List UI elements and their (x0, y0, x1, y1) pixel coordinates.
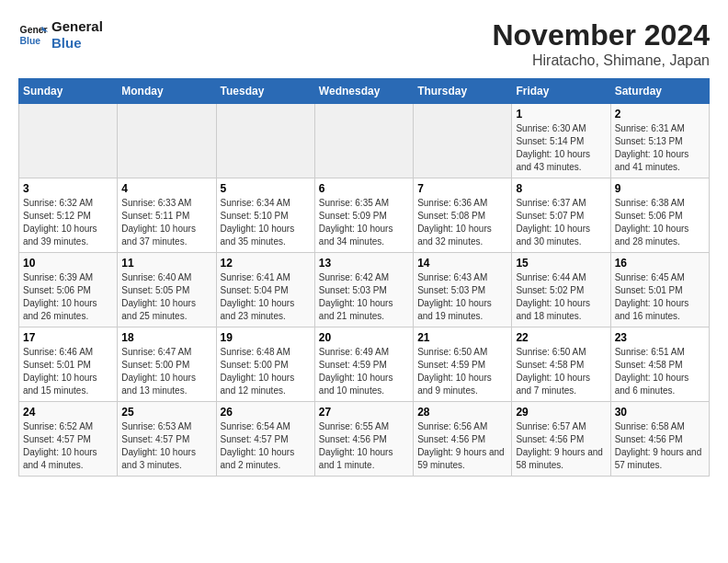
day-info: Sunrise: 6:31 AMSunset: 5:13 PMDaylight:… (615, 122, 705, 174)
calendar-body: 1Sunrise: 6:30 AMSunset: 5:14 PMDaylight… (19, 104, 710, 477)
calendar-day: 28Sunrise: 6:56 AMSunset: 4:56 PMDayligh… (414, 402, 512, 477)
calendar-day: 7Sunrise: 6:36 AMSunset: 5:08 PMDaylight… (414, 178, 512, 253)
day-number: 1 (516, 108, 606, 121)
day-number: 19 (221, 331, 311, 344)
svg-text:Blue: Blue (20, 36, 41, 46)
weekday-header: Saturday (610, 79, 709, 104)
calendar-day: 22Sunrise: 6:50 AMSunset: 4:58 PMDayligh… (512, 327, 610, 402)
day-number: 22 (516, 331, 606, 344)
logo: General Blue General Blue (18, 18, 103, 52)
day-info: Sunrise: 6:45 AMSunset: 5:01 PMDaylight:… (615, 271, 705, 323)
logo-icon: General Blue (18, 20, 48, 50)
calendar-subtitle: Hiratacho, Shimane, Japan (492, 52, 710, 69)
calendar-day: 2Sunrise: 6:31 AMSunset: 5:13 PMDaylight… (610, 104, 709, 178)
day-number: 7 (417, 182, 507, 195)
calendar-table: SundayMondayTuesdayWednesdayThursdayFrid… (18, 78, 710, 477)
day-number: 20 (319, 331, 409, 344)
calendar-day: 17Sunrise: 6:46 AMSunset: 5:01 PMDayligh… (19, 327, 118, 402)
day-number: 21 (417, 331, 507, 344)
logo-line2: Blue (51, 35, 103, 52)
day-info: Sunrise: 6:54 AMSunset: 4:57 PMDaylight:… (221, 420, 311, 472)
day-info: Sunrise: 6:39 AMSunset: 5:06 PMDaylight:… (23, 271, 113, 323)
day-number: 16 (615, 257, 705, 270)
day-number: 30 (615, 406, 705, 419)
weekday-header: Monday (118, 79, 216, 104)
day-number: 18 (121, 331, 211, 344)
day-info: Sunrise: 6:44 AMSunset: 5:02 PMDaylight:… (516, 271, 606, 323)
day-number: 13 (319, 257, 409, 270)
day-number: 26 (221, 406, 311, 419)
day-info: Sunrise: 6:58 AMSunset: 4:56 PMDaylight:… (615, 420, 705, 472)
day-number: 12 (221, 257, 311, 270)
calendar-day: 26Sunrise: 6:54 AMSunset: 4:57 PMDayligh… (216, 402, 314, 477)
day-number: 6 (319, 182, 409, 195)
calendar-day: 6Sunrise: 6:35 AMSunset: 5:09 PMDaylight… (314, 178, 413, 253)
day-info: Sunrise: 6:46 AMSunset: 5:01 PMDaylight:… (23, 346, 113, 397)
weekday-header: Sunday (19, 79, 118, 104)
calendar-day: 5Sunrise: 6:34 AMSunset: 5:10 PMDaylight… (216, 178, 314, 253)
day-number: 11 (121, 257, 211, 270)
day-info: Sunrise: 6:33 AMSunset: 5:11 PMDaylight:… (121, 197, 211, 248)
calendar-day: 18Sunrise: 6:47 AMSunset: 5:00 PMDayligh… (118, 327, 216, 402)
calendar-day: 13Sunrise: 6:42 AMSunset: 5:03 PMDayligh… (314, 253, 413, 327)
weekday-header: Tuesday (216, 79, 314, 104)
day-number: 25 (121, 406, 211, 419)
day-info: Sunrise: 6:57 AMSunset: 4:56 PMDaylight:… (516, 420, 606, 472)
calendar-week: 24Sunrise: 6:52 AMSunset: 4:57 PMDayligh… (19, 402, 710, 477)
day-number: 2 (615, 108, 705, 121)
calendar-week: 10Sunrise: 6:39 AMSunset: 5:06 PMDayligh… (19, 253, 710, 327)
calendar-week: 17Sunrise: 6:46 AMSunset: 5:01 PMDayligh… (19, 327, 710, 402)
weekday-header: Wednesday (314, 79, 413, 104)
calendar-day: 25Sunrise: 6:53 AMSunset: 4:57 PMDayligh… (118, 402, 216, 477)
day-info: Sunrise: 6:53 AMSunset: 4:57 PMDaylight:… (121, 420, 211, 472)
day-info: Sunrise: 6:38 AMSunset: 5:06 PMDaylight:… (615, 197, 705, 248)
day-info: Sunrise: 6:42 AMSunset: 5:03 PMDaylight:… (319, 271, 409, 323)
calendar-day (414, 104, 512, 178)
calendar-day (314, 104, 413, 178)
day-info: Sunrise: 6:37 AMSunset: 5:07 PMDaylight:… (516, 197, 606, 248)
day-info: Sunrise: 6:35 AMSunset: 5:09 PMDaylight:… (319, 197, 409, 248)
day-info: Sunrise: 6:49 AMSunset: 4:59 PMDaylight:… (319, 346, 409, 397)
title-block: November 2024 Hiratacho, Shimane, Japan (492, 18, 710, 69)
day-number: 4 (121, 182, 211, 195)
calendar-day: 12Sunrise: 6:41 AMSunset: 5:04 PMDayligh… (216, 253, 314, 327)
day-info: Sunrise: 6:40 AMSunset: 5:05 PMDaylight:… (121, 271, 211, 323)
day-info: Sunrise: 6:47 AMSunset: 5:00 PMDaylight:… (121, 346, 211, 397)
calendar-day (216, 104, 314, 178)
calendar-day: 21Sunrise: 6:50 AMSunset: 4:59 PMDayligh… (414, 327, 512, 402)
day-info: Sunrise: 6:30 AMSunset: 5:14 PMDaylight:… (516, 122, 606, 174)
calendar-title: November 2024 (492, 18, 710, 52)
day-info: Sunrise: 6:32 AMSunset: 5:12 PMDaylight:… (23, 197, 113, 248)
calendar-day: 10Sunrise: 6:39 AMSunset: 5:06 PMDayligh… (19, 253, 118, 327)
day-info: Sunrise: 6:51 AMSunset: 4:58 PMDaylight:… (615, 346, 705, 397)
day-number: 5 (221, 182, 311, 195)
day-info: Sunrise: 6:50 AMSunset: 4:58 PMDaylight:… (516, 346, 606, 397)
day-number: 27 (319, 406, 409, 419)
calendar-day: 8Sunrise: 6:37 AMSunset: 5:07 PMDaylight… (512, 178, 610, 253)
calendar-day: 23Sunrise: 6:51 AMSunset: 4:58 PMDayligh… (610, 327, 709, 402)
day-info: Sunrise: 6:56 AMSunset: 4:56 PMDaylight:… (417, 420, 507, 472)
weekday-header: Friday (512, 79, 610, 104)
day-number: 10 (23, 257, 113, 270)
calendar-week: 3Sunrise: 6:32 AMSunset: 5:12 PMDaylight… (19, 178, 710, 253)
calendar-day: 1Sunrise: 6:30 AMSunset: 5:14 PMDaylight… (512, 104, 610, 178)
calendar-day: 19Sunrise: 6:48 AMSunset: 5:00 PMDayligh… (216, 327, 314, 402)
calendar-day: 27Sunrise: 6:55 AMSunset: 4:56 PMDayligh… (314, 402, 413, 477)
day-number: 24 (23, 406, 113, 419)
day-info: Sunrise: 6:52 AMSunset: 4:57 PMDaylight:… (23, 420, 113, 472)
day-number: 28 (417, 406, 507, 419)
calendar-day: 15Sunrise: 6:44 AMSunset: 5:02 PMDayligh… (512, 253, 610, 327)
day-number: 15 (516, 257, 606, 270)
calendar-day: 30Sunrise: 6:58 AMSunset: 4:56 PMDayligh… (610, 402, 709, 477)
day-number: 14 (417, 257, 507, 270)
day-info: Sunrise: 6:41 AMSunset: 5:04 PMDaylight:… (221, 271, 311, 323)
calendar-day: 20Sunrise: 6:49 AMSunset: 4:59 PMDayligh… (314, 327, 413, 402)
day-number: 29 (516, 406, 606, 419)
calendar-day: 9Sunrise: 6:38 AMSunset: 5:06 PMDaylight… (610, 178, 709, 253)
day-number: 3 (23, 182, 113, 195)
day-info: Sunrise: 6:50 AMSunset: 4:59 PMDaylight:… (417, 346, 507, 397)
day-number: 17 (23, 331, 113, 344)
calendar-day: 14Sunrise: 6:43 AMSunset: 5:03 PMDayligh… (414, 253, 512, 327)
calendar-day: 3Sunrise: 6:32 AMSunset: 5:12 PMDaylight… (19, 178, 118, 253)
page-header: General Blue General Blue November 2024 … (18, 18, 710, 69)
